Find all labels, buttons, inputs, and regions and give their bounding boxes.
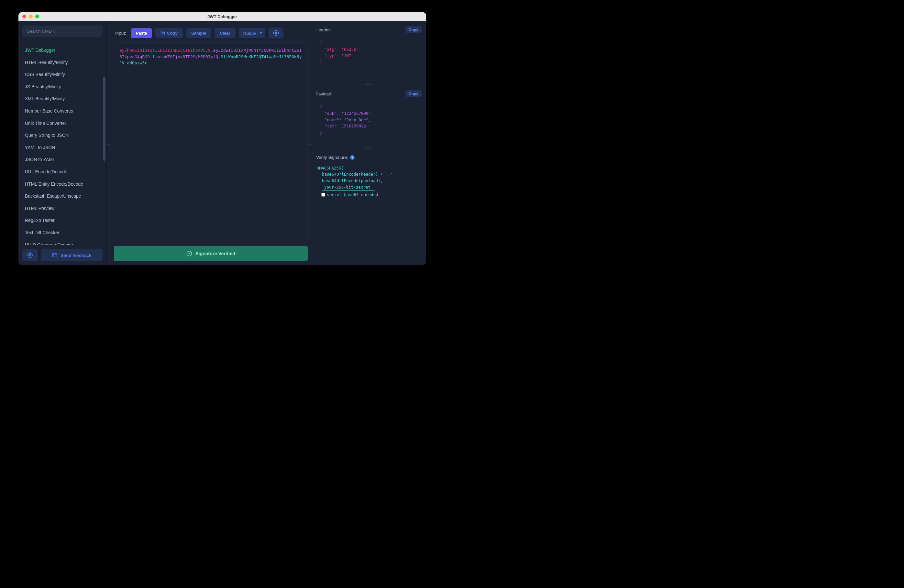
svg-point-3: [275, 32, 277, 34]
sidebar-item-query-string[interactable]: Query String to JSON: [19, 129, 106, 142]
header-panel-header: Header: Copy: [315, 25, 422, 36]
toolbar-settings-button[interactable]: [269, 27, 283, 38]
sidebar-item-jwt-debugger[interactable]: JWT Debugger: [19, 44, 106, 57]
payload-title: Payload:: [316, 91, 333, 96]
sample-button[interactable]: Sample: [186, 28, 211, 38]
secret-input[interactable]: [322, 184, 375, 191]
input-label: Input:: [115, 31, 126, 36]
tool-list[interactable]: JWT Debugger HTML Beautify/Minify CSS Be…: [19, 41, 106, 245]
alg-select[interactable]: HS256: [239, 28, 265, 38]
clear-button[interactable]: Clear: [215, 28, 235, 38]
maximize-icon[interactable]: [35, 14, 39, 19]
sidebar-item-html-beautify[interactable]: HTML Beautify/Minify: [19, 57, 106, 69]
sidebar-item-unix-time[interactable]: Unix Time Converter: [19, 117, 106, 130]
check-circle-icon: [186, 251, 192, 257]
verify-banner: Signature Verified: [114, 246, 308, 261]
sidebar-item-yaml-json[interactable]: YAML to JSON: [19, 142, 106, 154]
sidebar-item-text-diff[interactable]: Text Diff Checker: [19, 227, 106, 239]
copy-icon: [161, 31, 165, 35]
titlebar[interactable]: JWT Debugger: [19, 12, 426, 21]
payload-panel-header: Payload: Copy: [315, 89, 422, 100]
app-window: JWT Debugger JWT Debugger HTML Beautify/…: [19, 12, 426, 265]
split-handle-right[interactable]: ⋮⋮: [308, 21, 311, 265]
alg-select-wrap: HS256: [239, 28, 265, 38]
sidebar-item-number-base[interactable]: Number Base Converter: [19, 105, 106, 117]
dots-icon: ::::::::: [365, 148, 372, 151]
payload-copy-button[interactable]: Copy: [405, 90, 422, 97]
copy-label: Copy: [167, 31, 178, 36]
header-title: Header:: [316, 27, 331, 32]
header-panel: Header: Copy { "alg": "HS256", "typ": "J…: [315, 25, 422, 81]
sidebar-item-url-encode[interactable]: URL Encode/Decode: [19, 166, 106, 178]
content: JWT Debugger HTML Beautify/Minify CSS Be…: [19, 21, 426, 265]
header-code[interactable]: { "alg": "HS256", "typ": "JWT" }: [315, 36, 422, 81]
sig-close: ): [317, 191, 319, 198]
split-handle-left[interactable]: ⋮⋮: [107, 21, 110, 265]
resize-handle-1[interactable]: ::::::::: [315, 84, 422, 86]
sidebar-item-json-yaml[interactable]: JSON to YAML: [19, 154, 106, 166]
sidebar-item-regexp[interactable]: RegExp Tester: [19, 214, 106, 227]
signature-code: HMACSHA256( base64UrlEncode(header) + ".…: [316, 163, 422, 200]
center-panel: Input: Paste Copy Sample Clear HS256 eyJ…: [114, 25, 308, 261]
window-title: JWT Debugger: [207, 14, 237, 19]
sidebar-item-css-beautify[interactable]: CSS Beautify/Minify: [19, 69, 106, 81]
sidebar-item-xml-beautify[interactable]: XML Beautify/Minify: [19, 93, 106, 105]
sidebar-item-html-entity[interactable]: HTML Entity Encode/Decode: [19, 178, 106, 191]
sidebar-item-js-beautify[interactable]: JS Beautify/Minify: [19, 81, 106, 93]
sidebar-item-uuid[interactable]: UUID Generate/Decode: [19, 239, 106, 245]
token-dot: .: [218, 54, 221, 59]
search-wrap: [19, 21, 106, 41]
search-input[interactable]: [22, 25, 103, 37]
sidebar: JWT Debugger HTML Beautify/Minify CSS Be…: [19, 21, 107, 265]
sidebar-item-html-preview[interactable]: HTML Preview: [19, 202, 106, 215]
base64-checkbox[interactable]: [321, 193, 325, 197]
secret-wrap: [317, 184, 420, 191]
paste-button[interactable]: Paste: [131, 28, 152, 38]
sidebar-footer: Send feedback: [19, 245, 106, 265]
verify-label: Signature Verified: [196, 251, 235, 256]
header-copy-button[interactable]: Copy: [405, 26, 422, 33]
resize-handle-2[interactable]: ::::::::: [315, 148, 422, 150]
sig-line-2: base64UrlEncode(header) + "." +: [317, 171, 420, 177]
copy-button[interactable]: Copy: [155, 28, 183, 38]
traffic-lights: [19, 14, 39, 19]
help-icon[interactable]: ?: [350, 155, 355, 160]
scrollbar[interactable]: [103, 77, 106, 161]
signature-title: Verify Signature: ?: [316, 154, 422, 163]
right-panel: Header: Copy { "alg": "HS256", "typ": "J…: [315, 25, 422, 261]
svg-rect-2: [163, 32, 165, 35]
sig-line-1: HMACSHA256(: [317, 166, 344, 170]
svg-point-0: [30, 255, 31, 256]
token-header: eyJhbGciOiJIUzI1NiIsInR5cCI6IkpXVCJ9: [119, 48, 211, 53]
feedback-button[interactable]: Send feedback: [41, 249, 103, 261]
feedback-label: Send feedback: [60, 253, 91, 258]
token-dot: .: [211, 48, 213, 53]
sig-line-3: base64UrlEncode(payload),: [317, 178, 420, 184]
mail-icon: [52, 252, 57, 258]
minimize-icon[interactable]: [29, 14, 33, 19]
settings-button[interactable]: [22, 249, 38, 261]
dots-icon: ::::::::: [365, 84, 372, 87]
close-icon[interactable]: [22, 14, 26, 19]
sidebar-item-backslash[interactable]: Backslash Escape/Unscape: [19, 190, 106, 202]
gear-icon: [27, 252, 33, 258]
gear-icon: [273, 30, 279, 36]
sig-close-row: ) secret base64 encoded: [317, 191, 420, 198]
signature-panel: Verify Signature: ? HMACSHA256( base64Ur…: [315, 153, 422, 200]
base64-label: secret base64 encoded: [327, 191, 378, 198]
payload-panel: Payload: Copy { "sub": "1234567890", "na…: [315, 89, 422, 145]
toolbar: Input: Paste Copy Sample Clear HS256: [114, 25, 308, 43]
payload-code[interactable]: { "sub": "1234567890", "name": "John Doe…: [315, 100, 422, 145]
token-input[interactable]: eyJhbGciOiJIUzI1NiIsInR5cCI6IkpXVCJ9.eyJ…: [114, 43, 308, 241]
